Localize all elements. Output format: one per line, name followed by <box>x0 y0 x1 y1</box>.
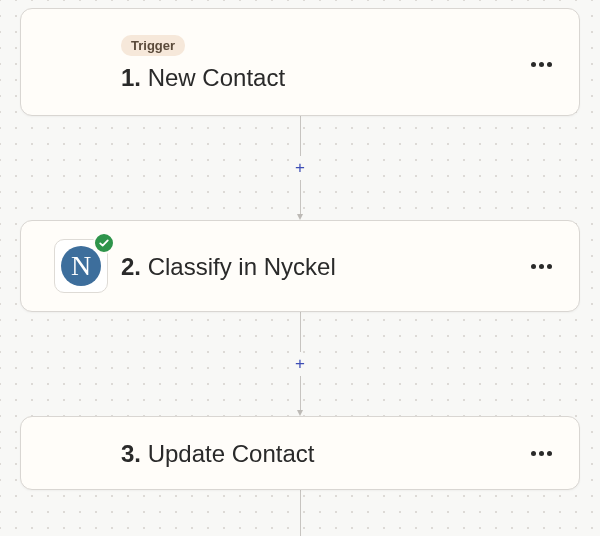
connector-arrow-wrap: ▾ <box>297 376 303 416</box>
step-number: 1. <box>121 64 141 91</box>
step-body: 2. Classify in Nyckel <box>121 251 523 282</box>
step-label: Classify in Nyckel <box>148 253 336 280</box>
step-body: 3. Update Contact <box>121 438 523 469</box>
connector-line <box>300 312 301 352</box>
add-step-button[interactable]: + <box>290 354 310 374</box>
step-card-2[interactable]: N 2. Classify in Nyckel <box>20 220 580 312</box>
more-icon <box>531 62 552 67</box>
arrow-down-icon: ▾ <box>297 212 303 220</box>
step-label: New Contact <box>148 64 285 91</box>
connector-line <box>300 116 301 156</box>
workflow-canvas: Trigger 1. New Contact + ▾ N <box>0 0 600 536</box>
step-title: 1. New Contact <box>121 62 523 93</box>
more-icon <box>531 264 552 269</box>
step-body: Trigger 1. New Contact <box>121 35 523 93</box>
step-card-1[interactable]: Trigger 1. New Contact <box>20 8 580 116</box>
arrow-down-icon: ▾ <box>297 408 303 416</box>
success-check-icon <box>93 232 115 254</box>
step-title: 2. Classify in Nyckel <box>121 251 523 282</box>
add-step-button[interactable]: + <box>290 158 310 178</box>
step-icon-slot: N <box>41 239 121 293</box>
step-label: Update Contact <box>148 440 315 467</box>
connector: + ▾ <box>290 312 310 416</box>
nyckel-logo-icon: N <box>61 246 101 286</box>
connector-arrow-wrap: ▾ <box>297 180 303 220</box>
step-card-3[interactable]: 3. Update Contact <box>20 416 580 490</box>
more-icon <box>531 451 552 456</box>
more-button[interactable] <box>523 46 559 82</box>
connector: + ▾ <box>290 116 310 220</box>
step-title: 3. Update Contact <box>121 438 523 469</box>
step-number: 3. <box>121 440 141 467</box>
trigger-badge: Trigger <box>121 35 185 56</box>
app-badge: N <box>54 239 108 293</box>
more-button[interactable] <box>523 248 559 284</box>
step-number: 2. <box>121 253 141 280</box>
more-button[interactable] <box>523 435 559 471</box>
connector-tail <box>300 490 301 536</box>
